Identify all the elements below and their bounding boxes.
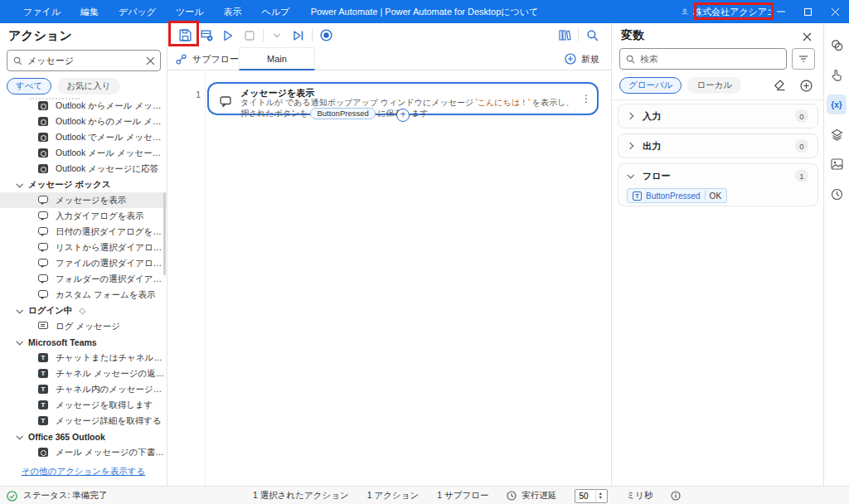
action-list-item[interactable]: ログイン中 ◇	[0, 303, 167, 318]
action-label: Outlook でメール メッセージを処理	[56, 132, 167, 143]
menu-help[interactable]: ヘルプ	[262, 6, 290, 18]
recorder-button[interactable]	[315, 26, 337, 46]
insert-action-button[interactable]: +	[396, 109, 410, 122]
section-label: 入力	[643, 110, 785, 123]
action-card-display-message[interactable]: メッセージを表示 タイトルが である通知ポップアップ ウィンドウにメッセージ '…	[207, 82, 599, 115]
library-button[interactable]	[554, 25, 575, 45]
hand-pointer-icon[interactable]	[827, 65, 847, 85]
action-list-item[interactable]: チャネル内のメッセージで応答します ◇	[0, 381, 167, 397]
clear-search-icon[interactable]	[147, 57, 154, 65]
close-variables-icon[interactable]	[803, 30, 812, 45]
show-more-actions-link[interactable]: その他のアクションを表示する	[0, 466, 167, 477]
action-list-item[interactable]: フォルダーの選択ダイアログを表示 ◇	[0, 271, 167, 287]
tab-main[interactable]: Main	[239, 47, 315, 70]
action-list-item[interactable]: ログ メッセージ ◇	[0, 318, 167, 334]
variables-section-output[interactable]: 出力0	[618, 133, 818, 158]
variables-section-flow[interactable]: フロー1 T ButtonPressed OK	[618, 163, 818, 206]
variables-filter-button[interactable]	[792, 48, 815, 70]
actions-scrollbar[interactable]	[163, 192, 166, 275]
add-variable-button[interactable]	[798, 78, 813, 93]
variables-section-input[interactable]: 入力0	[618, 104, 818, 128]
action-list-item[interactable]: メッセージ詳細を取得する ◇	[0, 413, 167, 429]
filter-favorites-pill[interactable]: お気に入り	[57, 78, 119, 94]
menu-edit[interactable]: 編集	[80, 6, 99, 18]
chevron-right-icon	[627, 143, 633, 149]
action-list-item[interactable]: チャネル メッセージの返信の一覧 ◇	[0, 366, 167, 381]
save-button[interactable]	[174, 26, 196, 46]
action-list-item[interactable]: チャットまたはチャネルでメッセージを... ◇	[0, 350, 167, 366]
variable-scope-tabs: グローバル ローカル	[619, 77, 741, 94]
images-icon[interactable]	[827, 154, 847, 174]
action-list-item[interactable]: Microsoft Teams ◇	[0, 334, 167, 350]
action-label: Outlook からのメール メッセージの...	[56, 116, 167, 128]
canvas-search-button[interactable]	[581, 25, 603, 45]
action-label: メッセージを表示	[56, 195, 126, 206]
action-list-item[interactable]: 日付の選択ダイアログを表示 ◇	[0, 224, 167, 240]
subflows-count: 1 サブフロー	[437, 490, 488, 502]
info-icon[interactable]	[671, 491, 681, 501]
action-list-item[interactable]: Office 365 Outlook ◇	[0, 429, 167, 444]
variables-search-input[interactable]	[640, 54, 780, 64]
action-list-item[interactable]: リストから選択ダイアログを表示 ◇	[0, 240, 167, 255]
action-label: チャネル内のメッセージで応答します	[56, 384, 167, 395]
ui-elements-icon[interactable]	[827, 124, 847, 144]
run-options-chevron-icon[interactable]	[266, 26, 288, 46]
run-button[interactable]	[217, 26, 239, 46]
new-subflow-button[interactable]: 新規	[565, 47, 599, 70]
actions-search-input[interactable]	[27, 56, 142, 65]
actions-panel: アクション すべて お気に入り Outlook からメール メッセージを取得 ◇…	[0, 23, 167, 486]
menu-file[interactable]: ファイル	[23, 6, 61, 18]
action-list-item[interactable]: ファイルの選択ダイアログを表示 ◇	[0, 255, 167, 271]
action-list-item[interactable]: Outlook からのメール メッセージの... ◇	[0, 114, 167, 129]
desc-value-text: 'こんにちは！'	[476, 98, 530, 107]
action-list-item[interactable]: メッセージを取得します ◇	[0, 397, 167, 413]
action-list-item[interactable]: メッセージ ボックス ◇	[0, 177, 167, 192]
chevron-right-icon	[627, 113, 633, 119]
filter-all-pill[interactable]: すべて	[7, 78, 51, 94]
action-list-item[interactable]: Outlook メール メッセージを保存 ◇	[0, 145, 167, 161]
stepper-arrows[interactable]: ▲▼	[595, 490, 604, 502]
action-icon	[38, 101, 48, 110]
action-list-item[interactable]: 入力ダイアログを表示 ◇	[0, 208, 167, 224]
account-button[interactable]: 株式会社アクシアエージェ...	[682, 0, 773, 23]
menu-tools[interactable]: ツール	[176, 6, 204, 18]
variable-chip[interactable]: ButtonPressed	[310, 108, 375, 119]
action-icon	[38, 211, 48, 219]
action-card-menu-button[interactable]: ⋮	[581, 93, 591, 104]
stop-button[interactable]	[239, 26, 260, 46]
run-next-action-button[interactable]	[288, 26, 309, 46]
action-label: Outlook メッセージに応答	[56, 163, 158, 175]
action-list-item[interactable]: Outlook でメール メッセージを処理 ◇	[0, 129, 167, 145]
scope-global-pill[interactable]: グローバル	[619, 77, 682, 94]
action-list-item[interactable]: Outlook からメール メッセージを取得 ◇	[0, 98, 167, 114]
maximize-button[interactable]	[794, 0, 822, 23]
run-delay-input[interactable]	[575, 492, 595, 501]
close-button[interactable]	[822, 0, 849, 23]
account-name: 株式会社アクシアエージェ...	[693, 6, 773, 18]
action-list-item[interactable]: Outlook メッセージに応答 ◇	[0, 161, 167, 177]
action-list-item[interactable]: メッセージを表示 ◇	[0, 192, 167, 208]
action-list-item[interactable]: カスタム フォームを表示 ◇	[0, 287, 167, 303]
actions-search-box	[7, 50, 161, 71]
count-badge: 0	[795, 109, 808, 123]
title-bar: ファイル 編集 デバッグ ツール 表示 ヘルプ Power Automate |…	[0, 0, 849, 23]
chevron-down-icon	[16, 307, 22, 313]
action-icon	[38, 148, 48, 158]
menu-debug[interactable]: デバッグ	[119, 6, 156, 18]
section-label: フロー	[643, 170, 785, 182]
minimize-button[interactable]	[767, 0, 794, 23]
menu-view[interactable]: 表示	[224, 6, 242, 18]
variables-rail-icon[interactable]: {x}	[827, 94, 847, 114]
scope-local-pill[interactable]: ローカル	[687, 77, 741, 94]
history-icon[interactable]	[827, 184, 847, 204]
action-list-item[interactable]: メール メッセージの下書きを更新する ◇	[0, 444, 167, 460]
row-number-gutter	[167, 70, 206, 486]
variables-panel-title: 変数	[621, 28, 644, 43]
power-automate-window: ファイル 編集 デバッグ ツール 表示 ヘルプ Power Automate |…	[0, 0, 849, 504]
variables-panel: 変数 グローバル ローカル 入力0 出力0 フロー1 T ButtonPress…	[611, 23, 823, 486]
save-as-button[interactable]	[196, 26, 217, 46]
copilot-icon[interactable]	[827, 35, 847, 55]
count-badge: 1	[795, 169, 808, 182]
flow-variable-chip[interactable]: T ButtonPressed OK	[627, 188, 727, 203]
eraser-icon[interactable]	[772, 78, 787, 93]
